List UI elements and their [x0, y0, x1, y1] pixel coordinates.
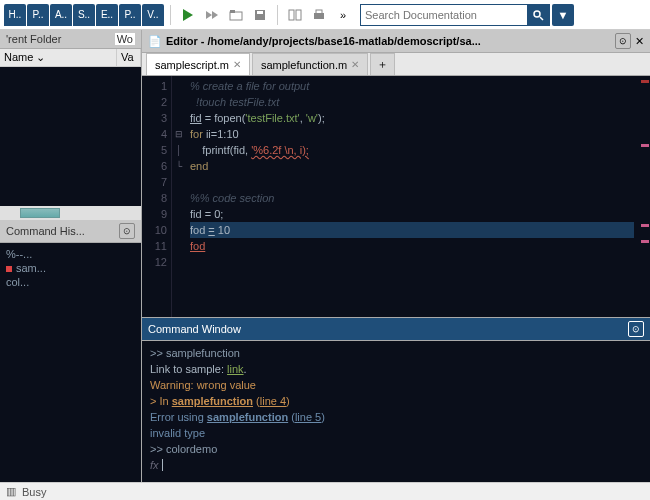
- svg-point-11: [534, 11, 540, 17]
- layout-icon[interactable]: ▥: [6, 485, 16, 498]
- panel-menu-icon[interactable]: ⊙: [119, 223, 135, 239]
- open-button[interactable]: [225, 4, 247, 26]
- editor-tab[interactable]: samplefunction.m✕: [252, 53, 368, 75]
- svg-rect-3: [230, 12, 242, 20]
- history-item[interactable]: col...: [6, 275, 135, 289]
- editor-tabs: samplescript.m✕ samplefunction.m✕ ＋: [142, 53, 650, 76]
- trace-link[interactable]: line 5: [295, 411, 321, 423]
- ribbon-tab[interactable]: H..: [4, 4, 26, 26]
- fx-icon[interactable]: fx: [150, 457, 159, 473]
- history-title: Command His...: [6, 225, 85, 237]
- editor-header: 📄 Editor - /home/andy/projects/base16-ma…: [142, 30, 650, 53]
- close-icon[interactable]: ✕: [635, 35, 644, 48]
- compare-button[interactable]: [284, 4, 306, 26]
- command-window-body[interactable]: >> samplefunction Link to sample: link. …: [142, 341, 650, 482]
- command-input[interactable]: [163, 458, 642, 472]
- ribbon-tab[interactable]: A..: [50, 4, 72, 26]
- more-button[interactable]: »: [332, 4, 354, 26]
- trace-link[interactable]: samplefunction: [172, 395, 253, 407]
- fold-icon[interactable]: ⊟: [172, 126, 186, 142]
- panel-menu-icon[interactable]: ⊙: [628, 321, 644, 337]
- marker-column: [638, 76, 650, 317]
- new-tab-button[interactable]: ＋: [370, 53, 395, 75]
- col-name[interactable]: Name ⌄: [0, 49, 117, 66]
- editor-tab[interactable]: samplescript.m✕: [146, 53, 250, 75]
- step-button[interactable]: [201, 4, 223, 26]
- print-button[interactable]: [308, 4, 330, 26]
- folder-columns: Name ⌄ Va: [0, 49, 141, 67]
- ribbon-tabs: H.. P.. A.. S.. E.. P.. V..: [4, 4, 164, 26]
- status-bar: ▥ Busy: [0, 482, 650, 500]
- folder-title: 'rent Folder: [6, 33, 61, 45]
- search-box: [360, 4, 550, 26]
- command-window-title: Command Window: [148, 323, 241, 335]
- close-tab-icon[interactable]: ✕: [351, 59, 359, 70]
- editor-title: Editor - /home/andy/projects/base16-matl…: [166, 35, 611, 47]
- svg-marker-0: [183, 9, 193, 21]
- command-window-panel: Command Window ⊙ >> samplefunction Link …: [142, 317, 650, 482]
- dropdown-button[interactable]: ▼: [552, 4, 574, 26]
- current-folder-panel: 'rent Folder Wo Name ⌄ Va: [0, 30, 141, 220]
- editor-icon: 📄: [148, 35, 162, 48]
- svg-rect-7: [289, 10, 294, 20]
- run-button[interactable]: [177, 4, 199, 26]
- folder-body[interactable]: [0, 67, 141, 206]
- ribbon-tab[interactable]: P..: [119, 4, 141, 26]
- close-tab-icon[interactable]: ✕: [233, 59, 241, 70]
- save-button[interactable]: [249, 4, 271, 26]
- trace-link[interactable]: samplefunction: [207, 411, 288, 423]
- folder-header[interactable]: 'rent Folder Wo: [0, 30, 141, 49]
- link[interactable]: link: [227, 363, 244, 375]
- status-text: Busy: [22, 486, 46, 498]
- history-item[interactable]: %--...: [6, 247, 135, 261]
- col-value[interactable]: Va: [117, 49, 141, 66]
- ribbon-tab[interactable]: P..: [27, 4, 49, 26]
- history-header[interactable]: Command His... ⊙: [0, 220, 141, 243]
- main-toolbar: H.. P.. A.. S.. E.. P.. V.. » ▼: [0, 0, 650, 30]
- history-body[interactable]: %--... sam... col...: [0, 243, 141, 482]
- ribbon-tab[interactable]: E..: [96, 4, 118, 26]
- command-history-panel: Command His... ⊙ %--... sam... col...: [0, 220, 141, 482]
- separator: [277, 5, 278, 25]
- line-gutter: 123456789101112: [142, 76, 172, 317]
- svg-marker-2: [212, 11, 218, 19]
- ribbon-tab[interactable]: V..: [142, 4, 164, 26]
- left-column: 'rent Folder Wo Name ⌄ Va Command His...…: [0, 30, 142, 482]
- main-area: 'rent Folder Wo Name ⌄ Va Command His...…: [0, 30, 650, 482]
- folder-extra: Wo: [115, 33, 135, 45]
- panel-menu-icon[interactable]: ⊙: [615, 33, 631, 49]
- search-button[interactable]: [527, 5, 549, 25]
- separator: [170, 5, 171, 25]
- right-column: 📄 Editor - /home/andy/projects/base16-ma…: [142, 30, 650, 482]
- svg-rect-8: [296, 10, 301, 20]
- folder-scrollbar[interactable]: [0, 206, 141, 220]
- trace-link[interactable]: line 4: [260, 395, 286, 407]
- search-input[interactable]: [361, 9, 527, 21]
- svg-rect-4: [230, 10, 235, 13]
- svg-line-12: [540, 17, 543, 20]
- svg-marker-1: [206, 11, 212, 19]
- code-area[interactable]: % create a file for output !touch testFi…: [186, 76, 638, 317]
- history-item[interactable]: sam...: [6, 261, 135, 275]
- ribbon-tab[interactable]: S..: [73, 4, 95, 26]
- svg-rect-6: [257, 11, 263, 14]
- editor-body[interactable]: 123456789101112 ⊟│└ % create a file for …: [142, 76, 650, 317]
- fold-column: ⊟│└: [172, 76, 186, 317]
- command-window-header[interactable]: Command Window ⊙: [142, 318, 650, 341]
